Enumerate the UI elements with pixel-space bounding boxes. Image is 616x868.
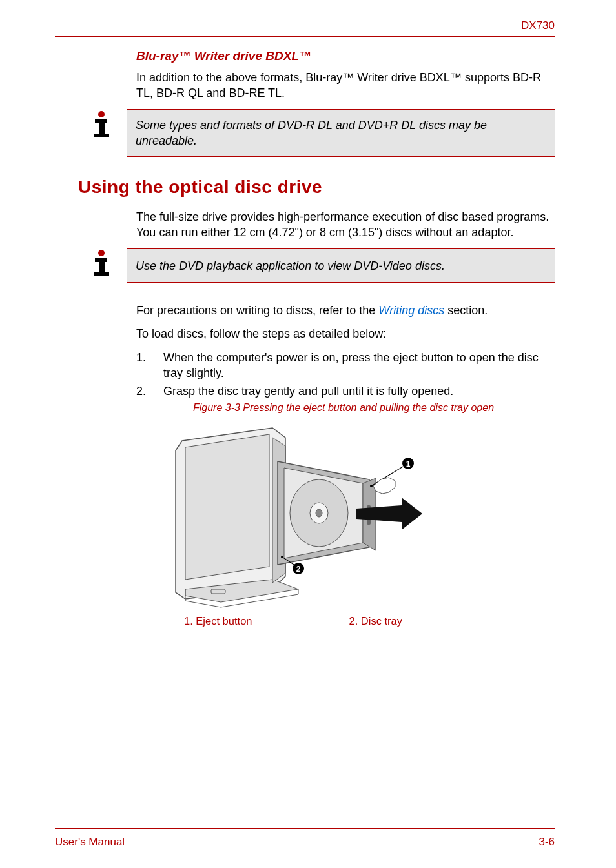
step-1-text: When the computer's power is on, press t… — [163, 350, 555, 381]
figure-caption: Figure 3-3 Pressing the eject button and… — [132, 402, 555, 414]
figure-legend: 1. Eject button 2. Disc tray — [184, 615, 555, 627]
svg-point-11 — [316, 509, 322, 517]
writing-discs-link[interactable]: Writing discs — [378, 304, 444, 317]
svg-point-4 — [98, 250, 105, 256]
note-2-text: Use the DVD playback application to view… — [136, 258, 445, 274]
disc-drive-illustration: 1 2 — [169, 421, 440, 609]
footer: User's Manual 3-6 — [55, 828, 555, 849]
header-rule — [55, 36, 555, 37]
footer-rule — [55, 828, 555, 829]
main-body: The full-size drive provides high-perfor… — [136, 209, 555, 241]
info-icon — [86, 109, 117, 143]
svg-point-17 — [370, 485, 373, 487]
svg-rect-6 — [99, 258, 105, 272]
precautions-text: For precautions on writing to discs, ref… — [136, 303, 555, 318]
figure-3-3: 1 2 — [55, 421, 555, 609]
note-1-text: Some types and formats of DVD-R DL and D… — [136, 117, 546, 149]
load-intro: To load discs, follow the steps as detai… — [136, 326, 555, 341]
note-2: Use the DVD playback application to view… — [55, 248, 555, 283]
step-2: 2. Grasp the disc tray gently and pull u… — [136, 383, 555, 399]
bluray-heading: Blu-ray™ Writer drive BDXL™ — [136, 49, 555, 63]
precautions-pre: For precautions on writing to discs, ref… — [136, 304, 378, 317]
bluray-body: In addition to the above formats, Blu-ra… — [136, 70, 555, 101]
svg-rect-7 — [94, 272, 109, 276]
svg-point-21 — [281, 556, 283, 558]
step-1-num: 1. — [136, 350, 163, 381]
main-heading: Using the optical disc drive — [78, 177, 555, 197]
step-2-text: Grasp the disc tray gently and pull unti… — [163, 383, 555, 399]
note-1: Some types and formats of DVD-R DL and D… — [55, 109, 555, 157]
footer-page-number: 3-6 — [539, 836, 555, 849]
svg-rect-3 — [94, 134, 109, 137]
info-icon — [86, 248, 117, 281]
svg-text:1: 1 — [406, 459, 411, 469]
figure-legend-1: 1. Eject button — [184, 615, 252, 627]
step-2-num: 2. — [136, 383, 163, 399]
svg-text:2: 2 — [296, 565, 301, 574]
precautions-post: section. — [444, 304, 488, 317]
figure-legend-2: 2. Disc tray — [349, 615, 403, 627]
step-1: 1. When the computer's power is on, pres… — [136, 350, 555, 381]
svg-rect-2 — [99, 119, 105, 134]
footer-left: User's Manual — [55, 836, 125, 849]
header-model: DX730 — [55, 19, 555, 36]
svg-point-0 — [98, 111, 105, 117]
